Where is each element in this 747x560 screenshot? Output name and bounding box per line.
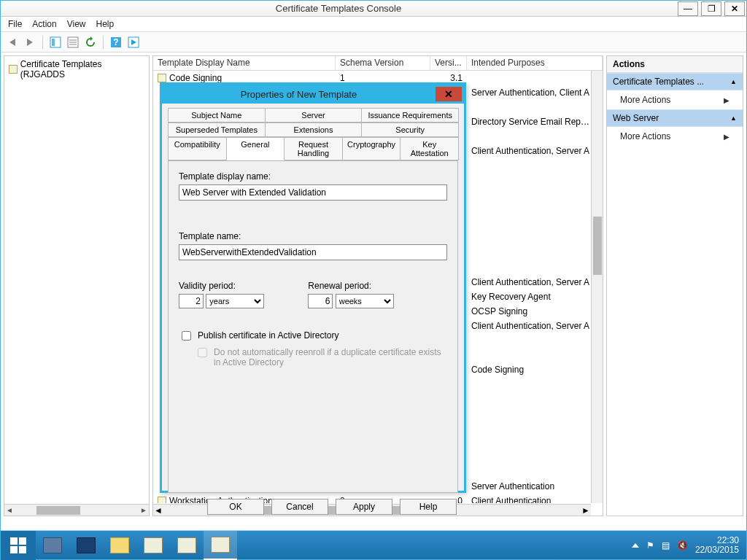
- row-purpose: Server Authentication: [467, 481, 590, 491]
- actions-section-templates[interactable]: Certificate Templates ...▲: [607, 73, 743, 90]
- list-v-scrollbar[interactable]: [591, 71, 603, 503]
- row-purpose: Server Authentication, Client A: [467, 88, 590, 98]
- tree-h-scrollbar[interactable]: ◄►: [4, 504, 149, 516]
- tab-security[interactable]: Security: [361, 122, 459, 137]
- tray-sound-icon[interactable]: 🔇: [677, 540, 688, 551]
- system-tray: ⚑ ▤ 🔇 22:30 22/03/2015: [624, 536, 746, 555]
- menu-bar: File Action View Help: [1, 17, 746, 32]
- tab-general[interactable]: General: [226, 137, 285, 160]
- validity-number-input[interactable]: [179, 294, 204, 308]
- menu-action[interactable]: Action: [32, 19, 56, 29]
- tray-show-hidden-icon[interactable]: [632, 543, 639, 548]
- actions-more-2[interactable]: More Actions▶: [607, 127, 743, 146]
- certificate-icon: [9, 65, 18, 74]
- tab-subject-name[interactable]: Subject Name: [168, 108, 266, 122]
- tab-request-handling[interactable]: Request Handling: [284, 137, 343, 160]
- row-version: 3.1: [430, 73, 467, 83]
- col-version[interactable]: Versi...: [430, 56, 467, 70]
- maximize-button[interactable]: ❐: [701, 1, 721, 16]
- taskbar-ca[interactable]: [136, 531, 170, 560]
- toolbar-btn-1[interactable]: [48, 35, 63, 50]
- tab-cryptography[interactable]: Cryptography: [342, 137, 401, 160]
- tray-network-icon[interactable]: ▤: [662, 540, 670, 551]
- toolbar-btn-2[interactable]: [66, 35, 80, 50]
- menu-view[interactable]: View: [67, 19, 86, 29]
- row-schema: 1: [336, 73, 430, 83]
- reenroll-checkbox: [198, 348, 207, 357]
- tray-clock[interactable]: 22:30 22/03/2015: [695, 536, 739, 555]
- publish-checkbox[interactable]: [182, 331, 191, 341]
- template-name-label: Template name:: [179, 231, 447, 241]
- tab-compatibility[interactable]: Compatibility: [168, 137, 227, 160]
- help-icon-button[interactable]: ?: [109, 35, 123, 50]
- validity-unit-select[interactable]: years: [206, 294, 264, 308]
- taskbar-powershell[interactable]: [69, 531, 103, 560]
- display-name-label: Template display name:: [179, 171, 447, 182]
- row-name: Code Signing: [169, 73, 222, 83]
- col-purposes[interactable]: Intended Purposes: [467, 56, 603, 70]
- cancel-button[interactable]: Cancel: [271, 499, 328, 515]
- svg-rect-1: [52, 39, 55, 46]
- list-header: Template Display Name Schema Version Ver…: [153, 56, 603, 71]
- actions-section-webserver[interactable]: Web Server▲: [607, 109, 743, 127]
- arrow-left-icon: [9, 39, 15, 46]
- tab-extensions[interactable]: Extensions: [265, 122, 363, 137]
- caret-right-icon: ▶: [724, 133, 729, 141]
- arrow-right-icon: [27, 39, 33, 46]
- tray-date: 22/03/2015: [695, 545, 739, 555]
- row-purpose: Client Authentication, Server A: [467, 146, 590, 156]
- menu-file[interactable]: File: [8, 19, 22, 29]
- start-button[interactable]: [1, 531, 36, 560]
- dialog-title: Properties of New Template: [162, 89, 436, 100]
- close-button[interactable]: ✕: [724, 1, 745, 16]
- tab-server[interactable]: Server: [265, 108, 363, 122]
- tab-key-attestation[interactable]: Key Attestation: [400, 137, 459, 160]
- tab-superseded[interactable]: Superseded Templates: [168, 122, 266, 137]
- dialog-body: Template display name: Template name: Va…: [168, 160, 458, 493]
- renewal-label: Renewal period:: [308, 281, 393, 291]
- actions-more-1[interactable]: More Actions▶: [607, 90, 743, 109]
- tree-pane: Certificate Templates (RJGADDS ◄►: [4, 55, 150, 516]
- certificate-icon: [158, 74, 166, 82]
- renewal-number-input[interactable]: [308, 294, 333, 308]
- window-title: Certificate Templates Console: [1, 3, 676, 14]
- caret-up-icon: ▲: [730, 114, 737, 122]
- forward-button[interactable]: [23, 35, 37, 50]
- taskbar-mmc[interactable]: [204, 531, 237, 560]
- row-purpose: Client Authentication: [467, 496, 590, 503]
- tray-time: 22:30: [695, 536, 739, 545]
- caret-right-icon: ▶: [724, 96, 729, 104]
- col-schema-version[interactable]: Schema Version: [336, 56, 430, 70]
- row-purpose: Code Signing: [467, 365, 590, 375]
- row-purpose: Key Recovery Agent: [467, 292, 590, 302]
- display-name-input[interactable]: [179, 184, 447, 201]
- taskbar-cert-srv[interactable]: [170, 531, 204, 560]
- dialog-title-bar[interactable]: Properties of New Template ✕: [162, 85, 464, 104]
- ok-button[interactable]: OK: [207, 499, 264, 515]
- tray-flag-icon[interactable]: ⚑: [646, 540, 654, 551]
- tab-issuance-req[interactable]: Issuance Requirements: [361, 108, 459, 122]
- help-button[interactable]: Help: [400, 499, 457, 515]
- reenroll-label: Do not automatically reenroll if a dupli…: [214, 347, 447, 368]
- row-purpose: Client Authentication, Server A: [467, 277, 590, 287]
- template-name-input[interactable]: [179, 244, 447, 260]
- taskbar: ⚑ ▤ 🔇 22:30 22/03/2015: [1, 530, 746, 559]
- windows-logo-icon: [10, 537, 26, 553]
- col-template-name[interactable]: Template Display Name: [153, 56, 336, 70]
- validity-label: Validity period:: [179, 281, 264, 291]
- taskbar-explorer[interactable]: [103, 531, 136, 560]
- renewal-unit-select[interactable]: weeks: [336, 294, 394, 308]
- actions-header: Actions: [607, 56, 743, 73]
- refresh-button[interactable]: [83, 35, 98, 50]
- minimize-button[interactable]: —: [678, 1, 698, 16]
- taskbar-server-manager[interactable]: [36, 531, 69, 560]
- toolbar-btn-5[interactable]: [126, 35, 141, 50]
- row-purpose: Directory Service Email Replica: [467, 117, 590, 127]
- dialog-close-button[interactable]: ✕: [436, 87, 462, 101]
- tree-root[interactable]: Certificate Templates (RJGADDS: [4, 56, 149, 82]
- back-button[interactable]: [5, 35, 20, 50]
- menu-help[interactable]: Help: [96, 19, 115, 29]
- apply-button[interactable]: Apply: [336, 499, 392, 515]
- svg-text:?: ?: [113, 37, 118, 47]
- title-bar: Certificate Templates Console — ❐ ✕: [1, 1, 746, 17]
